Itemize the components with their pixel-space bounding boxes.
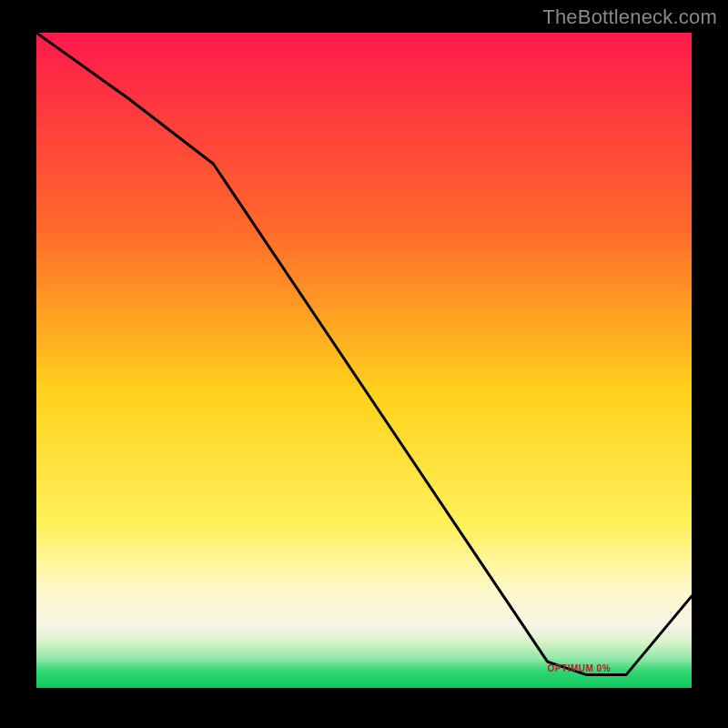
bottleneck-curve (36, 33, 692, 675)
optimum-label: OPTIMUM 0% (548, 663, 611, 673)
chart-frame: TheBottleneck.com OPTIMUM 0% (0, 0, 728, 728)
line-plot (36, 33, 692, 688)
plot-area: OPTIMUM 0% (36, 33, 692, 688)
watermark-text: TheBottleneck.com (542, 5, 717, 29)
